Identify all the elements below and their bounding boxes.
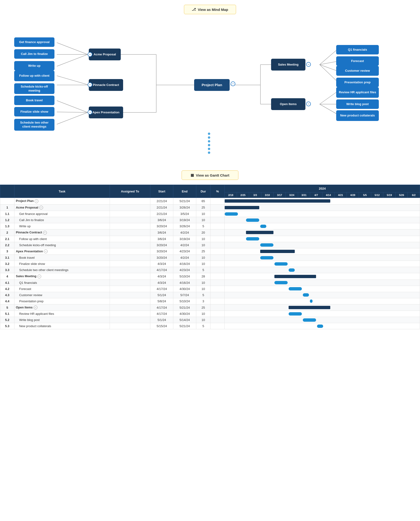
row-id-4.2: 4.2 bbox=[0, 286, 15, 292]
row-start: 3/20/24 bbox=[150, 223, 173, 229]
view-gantt-button[interactable]: ▦ View as Gantt Chart bbox=[182, 171, 238, 180]
row-task: Forecast bbox=[14, 286, 110, 292]
task-new-product-collaterals: New product collaterals bbox=[336, 110, 379, 121]
task-review-hr: Review HR applicant files bbox=[336, 87, 379, 98]
row-dur: 3 bbox=[196, 298, 210, 304]
bar-3 bbox=[260, 250, 295, 253]
row-start: 3/20/24 bbox=[150, 248, 173, 255]
view-mindmap-button[interactable]: ⎇ View as Mind Map bbox=[184, 5, 236, 14]
row-dur: 10 bbox=[196, 217, 210, 223]
row-assigned bbox=[110, 298, 150, 304]
collapse-open-items[interactable]: − bbox=[306, 102, 311, 106]
row-id-5.3: 5.3 bbox=[0, 323, 15, 329]
row-dur: 25 bbox=[196, 204, 210, 211]
week-col-5-5: 5/5 bbox=[359, 193, 371, 198]
row-start: 3/20/24 bbox=[150, 255, 173, 261]
week-col-3-10: 3/10 bbox=[261, 193, 273, 198]
row-assigned bbox=[110, 317, 150, 323]
collapse-btn[interactable]: − bbox=[43, 231, 47, 235]
week-col-3-3: 3/3 bbox=[249, 193, 261, 198]
row-pct bbox=[210, 304, 225, 311]
collapse-project-plan[interactable]: − bbox=[231, 82, 235, 86]
gantt-icon: ▦ bbox=[191, 173, 194, 177]
row-assigned bbox=[110, 204, 150, 211]
table-row: 1.2Call Jim to finalize3/6/243/19/2410 bbox=[0, 217, 420, 223]
svg-line-19 bbox=[320, 61, 336, 65]
row-assigned bbox=[110, 292, 150, 298]
row-end: 4/30/24 bbox=[173, 311, 196, 317]
row-dur: 10 bbox=[196, 242, 210, 248]
table-row: 5.1Review HR applicant files4/17/244/30/… bbox=[0, 311, 420, 317]
bar-4.3 bbox=[303, 293, 309, 297]
row-start: 3/20/24 bbox=[150, 242, 173, 248]
bar-1.3 bbox=[260, 225, 266, 228]
bar-3.2 bbox=[274, 262, 288, 266]
dot-3 bbox=[208, 140, 210, 142]
mindmap-icon: ⎇ bbox=[192, 7, 196, 12]
task-write-blog: Write blog post bbox=[336, 99, 379, 109]
week-col-5-19: 5/19 bbox=[383, 193, 396, 198]
bar-1 bbox=[225, 206, 259, 209]
row-assigned bbox=[110, 223, 150, 229]
collapse-sales-meeting[interactable]: − bbox=[306, 62, 311, 67]
collapse-apex[interactable]: − bbox=[88, 110, 92, 115]
collapse-acme[interactable]: − bbox=[88, 52, 92, 57]
row-dur: 5 bbox=[196, 323, 210, 329]
row-id-4.4: 4.4 bbox=[0, 298, 15, 304]
table-row: 4.1Q1 financials4/3/244/16/2410 bbox=[0, 280, 420, 286]
table-row: 1Acme Proposal−2/21/243/26/2425 bbox=[0, 204, 420, 211]
row-dur: 10 bbox=[196, 311, 210, 317]
row-task: Get finance approval bbox=[14, 211, 110, 217]
task-customer-review: Customer review bbox=[336, 66, 379, 76]
row-id-4: 4 bbox=[0, 273, 15, 280]
row-dur: 10 bbox=[196, 317, 210, 323]
group-node-pinnacle-contract: Pinnacle Contract bbox=[89, 79, 123, 91]
row-id-3.1: 3.1 bbox=[0, 255, 15, 261]
row-assigned bbox=[110, 267, 150, 273]
row-pct bbox=[210, 311, 225, 317]
dot-1 bbox=[208, 133, 210, 135]
week-col-3-31: 3/31 bbox=[298, 193, 310, 198]
gantt-bar-cell-1.1 bbox=[225, 211, 420, 217]
row-pct bbox=[210, 273, 225, 280]
gantt-bar-cell-3.3 bbox=[225, 267, 420, 273]
collapse-btn[interactable]: − bbox=[39, 206, 43, 209]
bar- bbox=[225, 199, 330, 203]
row-pct bbox=[210, 280, 225, 286]
row-pct bbox=[210, 198, 225, 205]
collapse-btn[interactable]: − bbox=[38, 275, 41, 278]
bar-4.2 bbox=[289, 287, 302, 290]
row-end: 5/10/24 bbox=[173, 298, 196, 304]
row-pct bbox=[210, 317, 225, 323]
col-task: Task bbox=[14, 185, 110, 198]
row-id-1.2: 1.2 bbox=[0, 217, 15, 223]
row-id-3.2: 3.2 bbox=[0, 261, 15, 267]
row-dur: 5 bbox=[196, 292, 210, 298]
week-col-3-24: 3/24 bbox=[286, 193, 298, 198]
collapse-pinnacle[interactable]: − bbox=[88, 82, 92, 87]
row-id-5: 5 bbox=[0, 304, 15, 311]
row-start: 4/17/24 bbox=[150, 304, 173, 311]
row-task: Q1 financials bbox=[14, 280, 110, 286]
row-end: 3/26/24 bbox=[173, 204, 196, 211]
table-row: 3.2Finalize slide show4/3/244/16/2410 bbox=[0, 261, 420, 267]
row-end: 3/26/24 bbox=[173, 223, 196, 229]
row-pct bbox=[210, 223, 225, 229]
row-pct bbox=[210, 229, 225, 236]
bar-5 bbox=[289, 306, 330, 309]
row-pct bbox=[210, 204, 225, 211]
row-start: 4/3/24 bbox=[150, 280, 173, 286]
row-assigned bbox=[110, 323, 150, 329]
collapse-btn[interactable]: − bbox=[35, 199, 38, 203]
collapse-btn[interactable]: − bbox=[34, 305, 38, 309]
svg-line-10 bbox=[57, 101, 88, 112]
row-assigned bbox=[110, 198, 150, 205]
table-row: 3Apex Presentation−3/20/244/23/2425 bbox=[0, 248, 420, 255]
group-node-open-items: Open Items bbox=[271, 98, 305, 110]
row-end: 4/16/24 bbox=[173, 261, 196, 267]
gantt-bar-cell-5.3 bbox=[225, 323, 420, 329]
task-finalize-slideshow: Finalize slide show bbox=[14, 107, 54, 116]
row-task: Write blog post bbox=[14, 317, 110, 323]
collapse-btn[interactable]: − bbox=[44, 249, 48, 253]
svg-line-18 bbox=[320, 50, 336, 65]
